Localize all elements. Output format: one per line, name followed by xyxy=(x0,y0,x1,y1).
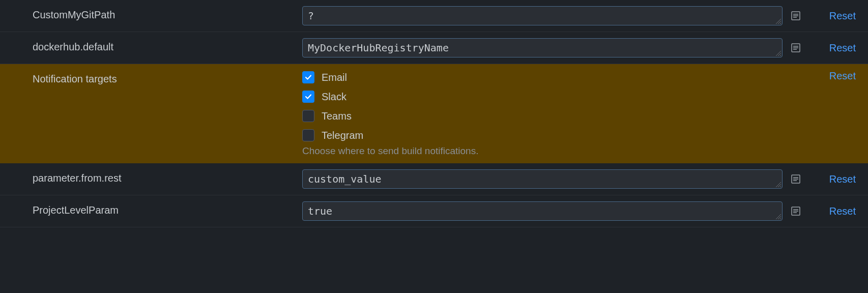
parameter-label: parameter.from.rest xyxy=(33,169,302,184)
edit-multiline-icon[interactable] xyxy=(789,172,803,186)
parameter-value-input[interactable] xyxy=(302,201,783,221)
checkbox-checked-icon[interactable] xyxy=(302,71,314,83)
parameter-value-input[interactable] xyxy=(302,6,783,25)
reset-link[interactable]: Reset xyxy=(829,173,856,185)
reset-link[interactable]: Reset xyxy=(829,42,856,54)
parameters-table: CustomMyGitPath Reset dockerhub.default xyxy=(0,0,868,227)
parameter-value-input[interactable] xyxy=(302,169,783,189)
parameter-row: parameter.from.rest Reset xyxy=(0,163,868,195)
checkbox-label: Teams xyxy=(322,110,352,122)
edit-multiline-icon[interactable] xyxy=(789,9,803,23)
checkbox-label: Telegram xyxy=(322,130,363,141)
reset-link[interactable]: Reset xyxy=(829,70,856,82)
parameter-label: ProjectLevelParam xyxy=(33,201,302,216)
edit-multiline-icon[interactable] xyxy=(789,41,803,55)
edit-multiline-icon[interactable] xyxy=(789,204,803,218)
checkbox-checked-icon[interactable] xyxy=(302,91,314,103)
parameter-hint: Choose where to send build notifications… xyxy=(302,145,795,157)
parameter-row-highlighted: Notification targets Email xyxy=(0,64,868,163)
checkbox-label: Email xyxy=(322,72,347,83)
parameter-row: dockerhub.default Reset xyxy=(0,32,868,64)
checkbox-option-teams[interactable]: Teams xyxy=(302,110,795,122)
checkbox-option-email[interactable]: Email xyxy=(302,71,795,83)
reset-link[interactable]: Reset xyxy=(829,206,856,217)
checkbox-unchecked-icon[interactable] xyxy=(302,110,314,122)
parameter-row: ProjectLevelParam Reset xyxy=(0,195,868,227)
checkbox-label: Slack xyxy=(322,91,346,103)
parameter-row: CustomMyGitPath Reset xyxy=(0,0,868,32)
parameter-label: CustomMyGitPath xyxy=(33,6,302,21)
checkbox-unchecked-icon[interactable] xyxy=(302,129,314,141)
checkbox-group: Email Slack Teams xyxy=(302,70,795,141)
parameter-value-input[interactable] xyxy=(302,38,783,57)
parameter-label: dockerhub.default xyxy=(33,38,302,53)
checkbox-option-slack[interactable]: Slack xyxy=(302,91,795,103)
checkbox-option-telegram[interactable]: Telegram xyxy=(302,129,795,141)
reset-link[interactable]: Reset xyxy=(829,10,856,22)
parameter-label: Notification targets xyxy=(33,70,302,85)
